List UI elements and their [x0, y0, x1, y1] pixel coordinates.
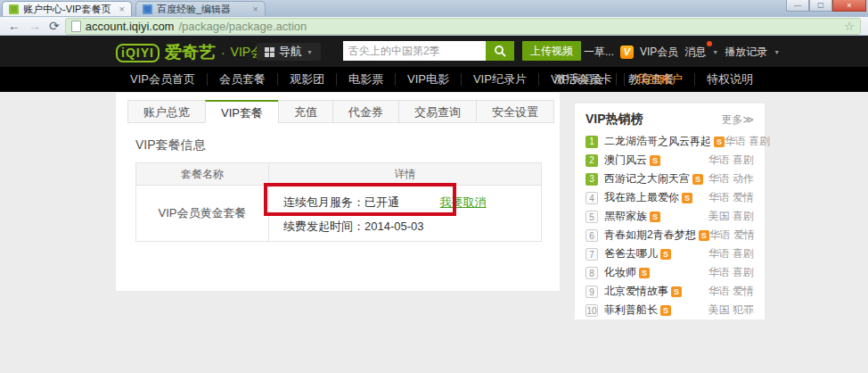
table-header-row: 套餐名称 详情	[136, 163, 542, 186]
hotlist-item-title[interactable]: 化妆师	[604, 265, 636, 280]
tab-recharge[interactable]: 充值	[278, 100, 333, 123]
hotlist-item-tag: 华语 喜剧	[708, 246, 754, 261]
list-item[interactable]: 7 爸爸去哪儿 S 华语 喜剧	[575, 245, 765, 263]
rank-badge: 6	[585, 229, 598, 242]
rank-badge: 3	[585, 173, 598, 186]
rank-badge: 2	[585, 154, 598, 167]
baidu-favicon-icon	[143, 4, 152, 14]
browser-window: 账户中心-VIP套餐页 × 百度经验_编辑器 × — ▢ × ← → ⟳ acc…	[0, 0, 868, 373]
maximize-button[interactable]: ▢	[809, 0, 832, 12]
logo-divider: ·	[221, 46, 225, 60]
subnav-item-packages[interactable]: 会员套餐	[208, 73, 278, 86]
iqiyi-logo[interactable]: iQIYI 爱奇艺 · VIP会员	[116, 41, 275, 64]
more-arrow-icon: ≫	[742, 113, 754, 126]
url-path: /package/package.action	[178, 20, 839, 33]
rank-badge: 8	[585, 267, 598, 279]
list-item[interactable]: 4 我在路上最爱你 S 华语 爱情	[575, 188, 765, 207]
back-icon[interactable]: ←	[8, 20, 20, 32]
red-annotation-box	[264, 183, 456, 216]
hotlist-item-title[interactable]: 西游记之大闹天宫	[604, 171, 690, 186]
nav-dropdown[interactable]: 导航 ▼	[257, 43, 321, 61]
subnav-item-film-club[interactable]: 观影团	[278, 73, 337, 86]
tab-voucher[interactable]: 代金券	[332, 100, 399, 123]
rank-badge: 7	[585, 248, 598, 261]
list-item[interactable]: 10 菲利普船长 S 美国 犯罪	[575, 301, 765, 319]
reload-icon[interactable]: ⟳	[49, 20, 60, 32]
tab-vip-package[interactable]: VIP套餐	[205, 100, 279, 123]
messages-label: 消息	[684, 46, 706, 58]
tab-transactions[interactable]: 交易查询	[398, 100, 477, 123]
subnav-item-vip-movies[interactable]: VIP电影	[396, 73, 462, 86]
list-item[interactable]: 1 二龙湖浩哥之风云再起 S 华语 喜剧	[575, 132, 765, 151]
bookmark-star-icon[interactable]: ☆	[844, 20, 855, 33]
play-history-link[interactable]: 播放记录	[725, 45, 767, 60]
paid-s-badge-icon: S	[639, 268, 650, 278]
hotlist-item-tag: 美国 喜剧	[708, 209, 754, 224]
hotlist-item-title[interactable]: 二龙湖浩哥之风云再起	[604, 134, 711, 149]
tab-account-overview[interactable]: 账户总览	[127, 100, 206, 123]
browser-tab-baidu[interactable]: 百度经验_编辑器 ×	[135, 1, 266, 16]
hotlist-item-title[interactable]: 澳门风云	[604, 153, 647, 168]
hotlist-item-tag: 华语 喜剧	[708, 153, 754, 168]
tab-security[interactable]: 安全设置	[476, 100, 554, 123]
hotlist-item-tag: 华语 动作	[708, 171, 754, 186]
hotlist-item-title[interactable]: 菲利普船长	[604, 303, 658, 318]
page-icon	[71, 21, 81, 32]
paid-s-badge-icon: S	[660, 249, 671, 260]
subnav-item-vip-documentary[interactable]: VIP纪录片	[462, 73, 539, 86]
minimize-button[interactable]: —	[786, 0, 809, 12]
list-item[interactable]: 5 黑帮家族 S 美国 喜剧	[575, 207, 765, 226]
forward-icon[interactable]: →	[29, 20, 41, 32]
iqiyi-logo-text: 爱奇艺	[165, 41, 216, 64]
subnav-item-vip-home[interactable]: VIP会员首页	[119, 73, 208, 86]
chevron-down-icon: ▼	[307, 49, 313, 55]
url-domain: account.iqiyi.com	[86, 20, 175, 33]
hotlist-item-title[interactable]: 北京爱情故事	[604, 284, 668, 299]
subnav-item-privileges[interactable]: 特权说明	[695, 73, 765, 86]
account-tabs: 账户总览 VIP套餐 充值 代金券 交易查询 安全设置	[116, 93, 560, 123]
username[interactable]: 一草...	[584, 45, 614, 60]
subnav-item-movie-tickets[interactable]: 电影票	[337, 73, 396, 86]
paid-s-badge-icon: S	[714, 137, 725, 147]
hotlist-item-tag: 华语 爱情	[708, 190, 754, 205]
paid-s-badge-icon: S	[650, 211, 660, 222]
paid-s-badge-icon: S	[699, 230, 709, 241]
vip-member-link[interactable]: VIP会员	[640, 45, 678, 60]
hotlist-item-title[interactable]: 黑帮家族	[604, 209, 647, 224]
iqiyi-logo-mark: iQIYI	[116, 44, 160, 62]
account-panel: 账户总览 VIP套餐 充值 代金券 交易查询 安全设置 VIP套餐信息 套餐名称…	[116, 93, 560, 291]
notification-dot-icon	[707, 41, 712, 46]
hotlist-item-title[interactable]: 我在路上最爱你	[604, 190, 679, 205]
list-item[interactable]: 8 化妆师 S 华语 喜剧	[575, 263, 765, 282]
address-bar[interactable]: account.iqiyi.com /package/package.actio…	[65, 18, 861, 35]
column-header-detail: 详情	[269, 163, 542, 186]
list-item[interactable]: 6 青春如期2青春梦想 S 华语 爱情	[575, 226, 765, 245]
hotlist-item-tag: 美国 犯罪	[708, 303, 754, 318]
list-item[interactable]: 3 西游记之大闹天宫 S 华语 动作	[575, 170, 765, 188]
close-tab-icon[interactable]: ×	[253, 4, 258, 14]
list-item[interactable]: 9 北京爱情故事 S 华语 爱情	[575, 282, 765, 301]
renew-date-text: 续费发起时间：2014-05-03	[283, 219, 541, 235]
subnav-item-activate-card[interactable]: 激活会员卡	[543, 73, 625, 86]
rank-badge: 5	[585, 211, 598, 223]
search-button[interactable]	[486, 41, 514, 61]
more-link[interactable]: 更多≫	[721, 112, 754, 128]
window-close-button[interactable]: ×	[832, 0, 866, 12]
upload-video-button[interactable]: 上传视频	[522, 41, 581, 61]
chevron-down-icon: ▼	[774, 49, 780, 55]
hotlist-item-title[interactable]: 爸爸去哪儿	[604, 246, 658, 261]
rank-badge: 10	[585, 304, 598, 317]
subnav-item-my-account[interactable]: 我的账户	[625, 73, 695, 86]
vip-v-badge-icon: V	[620, 46, 634, 59]
column-header-package: 套餐名称	[136, 163, 269, 186]
paid-s-badge-icon: S	[660, 305, 671, 316]
search-icon	[494, 45, 506, 57]
browser-tab-title: 账户中心-VIP套餐页	[23, 3, 115, 16]
list-item[interactable]: 2 澳门风云 S 华语 喜剧	[575, 151, 765, 170]
paid-s-badge-icon: S	[650, 155, 660, 166]
messages-link[interactable]: 消息	[684, 45, 706, 60]
hotlist-item-title[interactable]: 青春如期2青春梦想	[604, 228, 696, 243]
close-tab-icon[interactable]: ×	[119, 4, 125, 14]
browser-tab-account[interactable]: 账户中心-VIP套餐页 ×	[2, 1, 132, 16]
search-input[interactable]	[343, 41, 486, 61]
